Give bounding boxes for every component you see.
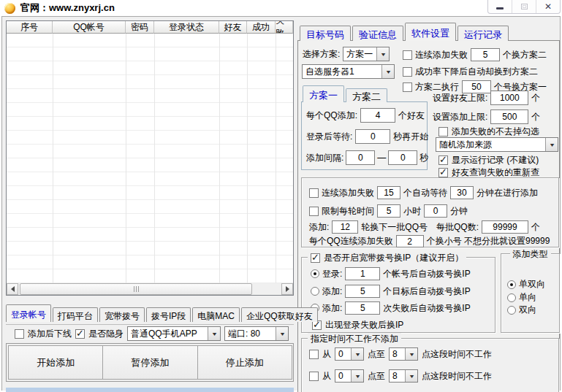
fail-switch-row[interactable]: 连续添加失败 5 个换方案二 — [403, 48, 547, 61]
tab-plan-two[interactable]: 方案二 — [346, 88, 387, 102]
round-limit-row[interactable]: 限制每轮时间 5 小时 0 分钟 — [309, 204, 468, 218]
schedule-2-to-combobox[interactable]: 8 — [389, 369, 418, 383]
batch-fail-row[interactable]: 连续添加失败 15 个自动等待 30 分钟在进行添加 — [309, 186, 538, 199]
server-combobox[interactable]: 自选服务器1 — [302, 64, 395, 79]
plan-combobox[interactable]: 方案一 — [343, 47, 390, 61]
keep-failed-row[interactable]: 添加失败的不去掉勾选 — [438, 126, 539, 138]
redial-login-fail-row[interactable]: 出现登录失败后换IP — [312, 319, 403, 331]
tab-captcha-platform[interactable]: 打码平台 — [53, 307, 98, 322]
chevron-down-icon[interactable] — [376, 47, 389, 61]
add-type-both-option[interactable]: 单双向 — [507, 278, 545, 291]
batch-size-input[interactable]: 99999 — [482, 220, 528, 234]
schedule-2-from-combobox[interactable]: 0 — [335, 369, 364, 383]
redial-enable-checkbox[interactable] — [311, 253, 320, 263]
schedule-2-checkbox[interactable] — [309, 372, 319, 381]
fail-count-input[interactable]: 5 — [471, 48, 500, 61]
stop-add-button[interactable]: 停止添加 — [197, 345, 292, 380]
batch-fail-count-input[interactable]: 15 — [377, 186, 400, 199]
redial-failure-option[interactable]: 添加: 5 次失败后自动拨号换IP — [311, 301, 471, 315]
tab-broadband-dial[interactable]: 宽带拨号 — [99, 307, 145, 322]
maximize-button[interactable] — [512, 0, 536, 13]
round-limit-checkbox[interactable] — [309, 207, 319, 216]
round-hours-input[interactable]: 5 — [377, 204, 400, 218]
per-qq-fail-input[interactable]: 2 — [396, 235, 424, 247]
minimize-button[interactable] — [488, 0, 512, 13]
chevron-down-icon[interactable] — [405, 348, 417, 360]
horizontal-scrollbar[interactable] — [7, 283, 293, 295]
col-header-pass[interactable]: 密码 — [126, 21, 154, 34]
friend-cap-input[interactable]: 1000 — [490, 91, 528, 105]
add-cap-input[interactable]: 500 — [490, 109, 528, 124]
pause-add-button[interactable]: 暂停添加 — [102, 345, 197, 380]
invisible-checkbox[interactable] — [75, 329, 85, 339]
col-header-success[interactable]: 成功 — [247, 21, 276, 34]
show-log-checkbox[interactable] — [438, 155, 448, 165]
keep-failed-checkbox[interactable] — [438, 127, 448, 137]
account-table-body[interactable] — [7, 34, 293, 283]
add-type-double-radio[interactable] — [507, 306, 516, 315]
rate-switch-checkbox[interactable] — [403, 67, 412, 77]
tab-run-log[interactable]: 运行记录 — [457, 26, 509, 41]
schedule-row-1[interactable]: 从 0 点至 8 点这段时间不工作 — [309, 347, 492, 361]
col-header-fail[interactable]: 失败 — [276, 21, 293, 34]
tab-target-numbers[interactable]: 目标号码 — [300, 26, 351, 41]
requery-checkbox[interactable] — [438, 168, 448, 177]
scroll-left-button[interactable] — [7, 283, 18, 295]
tab-dial-ip-range[interactable]: 拨号IP段 — [146, 307, 191, 322]
tab-login-accounts[interactable]: 登录帐号 — [6, 304, 51, 322]
batch-wait-minutes-input[interactable]: 30 — [450, 186, 474, 199]
wait-input[interactable]: 0 — [355, 129, 390, 144]
schedule-1-to-combobox[interactable]: 8 — [389, 347, 418, 361]
chevron-down-icon[interactable] — [208, 327, 220, 340]
tab-enterprise-qq[interactable]: 企业QQ获取好友 — [241, 307, 318, 322]
chevron-down-icon[interactable] — [351, 348, 363, 360]
chevron-down-icon[interactable] — [405, 370, 417, 382]
col-header-qq[interactable]: QQ帐号 — [53, 21, 126, 34]
schedule-1-from-combobox[interactable]: 0 — [335, 347, 364, 361]
rotate-rounds-input[interactable]: 12 — [332, 220, 358, 234]
client-type-combobox[interactable]: 普通QQ手机APP — [127, 326, 221, 341]
chevron-down-icon[interactable] — [351, 370, 363, 382]
tab-pc-mac[interactable]: 电脑MAC — [192, 307, 240, 322]
scrollbar-track[interactable] — [18, 283, 281, 295]
chevron-down-icon[interactable] — [381, 65, 394, 78]
add-type-double-option[interactable]: 双向 — [507, 304, 536, 316]
tab-plan-one[interactable]: 方案一 — [303, 85, 344, 102]
offline-after-add-checkbox[interactable] — [15, 329, 24, 339]
show-log-row[interactable]: 显示运行记录 (不建议) — [438, 154, 539, 166]
schedule-row-2[interactable]: 从 0 点至 8 点这段时间不工作 — [309, 369, 492, 383]
redial-target-option[interactable]: 添加: 5 个目标后自动拨号换IP — [311, 285, 471, 298]
add-type-single-radio[interactable] — [507, 293, 516, 302]
scrollbar-thumb[interactable] — [20, 283, 252, 295]
tab-verify-info[interactable]: 验证信息 — [352, 26, 403, 41]
redial-login-radio[interactable] — [311, 269, 319, 278]
redial-target-input[interactable]: 5 — [345, 285, 380, 298]
port-combobox[interactable]: 端口: 80 — [224, 326, 289, 341]
rate-switch-row[interactable]: 成功率下降后自动却换到方案二 — [403, 66, 538, 78]
chevron-down-icon[interactable] — [545, 138, 558, 151]
col-header-index[interactable]: 序号 — [7, 21, 53, 34]
plan2-exec-checkbox[interactable] — [403, 82, 412, 92]
interval-max-input[interactable]: 0 — [388, 150, 417, 165]
col-header-status[interactable]: 登录状态 — [154, 21, 219, 34]
scroll-right-button[interactable] — [281, 283, 293, 295]
add-type-single-option[interactable]: 单向 — [507, 291, 536, 304]
start-add-button[interactable]: 开始添加 — [8, 345, 103, 380]
batch-fail-checkbox[interactable] — [309, 188, 319, 198]
round-minutes-input[interactable]: 0 — [424, 204, 447, 218]
redial-login-option[interactable]: 登录: 1 个帐号后自动拨号换IP — [311, 267, 471, 280]
schedule-1-checkbox[interactable] — [309, 350, 319, 359]
redial-failure-input[interactable]: 5 — [345, 301, 380, 315]
col-header-friend[interactable]: 好友 — [219, 21, 247, 34]
fail-switch-checkbox[interactable] — [403, 50, 412, 60]
chevron-down-icon[interactable] — [276, 327, 288, 340]
add-type-both-radio[interactable] — [507, 280, 516, 289]
redial-target-radio[interactable] — [311, 287, 319, 296]
per-qq-input[interactable]: 4 — [360, 108, 395, 123]
interval-min-input[interactable]: 0 — [346, 150, 375, 165]
redial-legend[interactable]: 是否开启宽带拨号换IP（建议开启） — [308, 252, 466, 264]
redial-login-input[interactable]: 1 — [345, 267, 380, 280]
close-button[interactable]: ✕ — [536, 0, 560, 13]
add-source-combobox[interactable]: 随机添加来源 — [436, 137, 558, 152]
tab-software-settings[interactable]: 软件设置 — [405, 23, 456, 41]
